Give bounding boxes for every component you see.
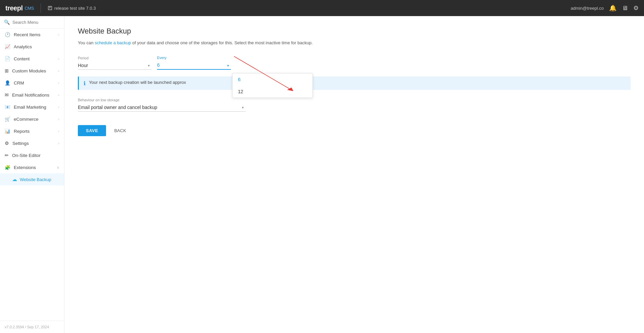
search-icon: 🔍 xyxy=(4,19,10,25)
sidebar-item-left: 📄 Content xyxy=(5,56,30,61)
site-name: release test site 7.0.3 xyxy=(54,6,96,11)
sidebar-item-label: Content xyxy=(14,56,30,61)
sidebar-item-label: Reports xyxy=(14,129,30,134)
info-box: ℹ Your next backup creation will be laun… xyxy=(78,76,631,90)
sidebar-item-on-site-editor[interactable]: ✏ On-Site Editor xyxy=(0,149,64,161)
every-group: Every 6 xyxy=(157,56,231,70)
cms-label: CMS xyxy=(24,6,34,11)
chevron-right-icon: › xyxy=(58,69,59,73)
sidebar-item-left: ✉ Email Notifications xyxy=(5,92,49,98)
sidebar-item-email-marketing[interactable]: 📧 Email Marketing › xyxy=(0,101,64,113)
sidebar-item-label: eCommerce xyxy=(14,117,39,122)
sidebar-item-crm[interactable]: 👤 CRM › xyxy=(0,77,64,89)
dropdown-option-12[interactable]: 12 xyxy=(233,86,312,98)
chevron-right-icon: › xyxy=(58,141,59,145)
sidebar-item-left: 👤 CRM xyxy=(5,80,24,86)
period-label: Period xyxy=(78,56,152,60)
sidebar-subitem-website-backup[interactable]: ☁ Website Backup xyxy=(0,173,64,185)
dropdown-option-6[interactable]: 6 xyxy=(233,73,312,86)
chevron-right-icon: › xyxy=(58,33,59,37)
every-select-wrapper: 6 xyxy=(157,61,231,70)
save-button[interactable]: SAVE xyxy=(78,125,106,136)
sidebar-item-label: Recent Items xyxy=(14,32,41,37)
form-footer: SAVE BACK xyxy=(78,125,631,136)
sidebar-item-extensions[interactable]: 🧩 Extensions ∨ xyxy=(0,161,64,173)
editor-icon: ✏ xyxy=(5,153,9,158)
sidebar-item-label: Settings xyxy=(12,141,29,146)
dropdown-option-label: 12 xyxy=(238,89,243,94)
back-button[interactable]: BACK xyxy=(111,125,129,136)
logo: treepl CMS xyxy=(5,4,34,12)
analytics-icon: 📈 xyxy=(5,44,10,49)
sidebar-item-label: Email Marketing xyxy=(14,105,46,110)
chevron-right-icon: › xyxy=(58,81,59,85)
sidebar-item-content[interactable]: 📄 Content › xyxy=(0,53,64,65)
topbar-divider xyxy=(41,3,41,13)
email-icon: ✉ xyxy=(5,92,9,98)
sidebar-item-left: 🧩 Extensions xyxy=(5,165,36,170)
logo-text: treepl xyxy=(5,4,22,12)
dropdown-option-label: 6 xyxy=(238,77,241,82)
sidebar-item-left: 📊 Reports xyxy=(5,128,30,134)
sidebar-item-left: 📈 Analytics xyxy=(5,44,32,49)
page-description: You can schedule a backup of your data a… xyxy=(78,40,631,46)
layout: 🔍 🕐 Recent Items › 📈 Analytics 📄 Content… xyxy=(0,16,644,333)
sidebar-item-label: CRM xyxy=(14,80,24,86)
sidebar-item-label: Analytics xyxy=(14,44,32,49)
content-icon: 📄 xyxy=(5,56,10,61)
period-group: Period Hour Day xyxy=(78,56,152,70)
sidebar-item-label: Email Notifications xyxy=(12,93,49,98)
subitem-label: Website Backup xyxy=(20,177,51,182)
sidebar-item-reports[interactable]: 📊 Reports › xyxy=(0,125,64,137)
sidebar-item-custom-modules[interactable]: ⊞ Custom Modules › xyxy=(0,65,64,77)
main-content: Website Backup You can schedule a backup… xyxy=(64,16,644,333)
topbar: treepl CMS release test site 7.0.3 admin… xyxy=(0,0,644,16)
every-input[interactable]: 6 xyxy=(157,61,231,70)
search-input[interactable] xyxy=(12,20,60,25)
chevron-right-icon: › xyxy=(58,93,59,97)
info-text: Your next backup creation will be launch… xyxy=(89,80,186,85)
sidebar-item-left: 🕐 Recent Items xyxy=(5,32,41,37)
reports-icon: 📊 xyxy=(5,128,10,134)
gear-icon[interactable]: ⚙ xyxy=(633,4,639,12)
chevron-right-icon: › xyxy=(58,129,59,133)
crm-icon: 👤 xyxy=(5,80,10,86)
sidebar-item-settings[interactable]: ⚙ Settings › xyxy=(0,137,64,149)
behaviour-group: Behaviour on low storage Email portal ow… xyxy=(78,98,631,112)
sidebar-item-left: ⊞ Custom Modules xyxy=(5,68,46,73)
every-label: Every xyxy=(157,56,231,60)
edit-icon xyxy=(48,6,52,10)
sidebar-item-left: 🛒 eCommerce xyxy=(5,116,39,122)
sidebar-item-analytics[interactable]: 📈 Analytics xyxy=(0,41,64,53)
period-select-wrapper: Hour Day xyxy=(78,61,152,70)
behaviour-label: Behaviour on low storage xyxy=(78,98,631,102)
every-dropdown: 6 12 xyxy=(232,73,313,98)
bell-icon[interactable]: 🔔 xyxy=(609,4,616,12)
extensions-icon: 🧩 xyxy=(5,165,10,170)
sidebar-item-label: Custom Modules xyxy=(12,68,46,73)
behaviour-select-wrapper: Email portal owner and cancel backup xyxy=(78,103,246,112)
schedule-link[interactable]: schedule a backup xyxy=(95,40,131,45)
monitor-icon[interactable]: 🖥 xyxy=(622,5,628,12)
sidebar-item-label: Extensions xyxy=(14,165,36,170)
sidebar-item-label: On-Site Editor xyxy=(12,153,41,158)
version-text: v7.0.2.3594 / Sep 17, 2024 xyxy=(5,325,49,329)
behaviour-select[interactable]: Email portal owner and cancel backup xyxy=(78,103,246,112)
page-title: Website Backup xyxy=(78,27,631,36)
search-container: 🔍 xyxy=(0,16,64,29)
ecommerce-icon: 🛒 xyxy=(5,116,10,122)
topbar-right: admin@treepl.co 🔔 🖥 ⚙ xyxy=(571,4,639,12)
period-every-row: Period Hour Day Every 6 xyxy=(78,56,631,70)
sidebar-item-left: 📧 Email Marketing xyxy=(5,104,46,110)
chevron-right-icon: › xyxy=(58,117,59,121)
period-select[interactable]: Hour Day xyxy=(78,61,152,70)
sidebar-item-email-notifications[interactable]: ✉ Email Notifications › xyxy=(0,89,64,101)
sidebar-item-ecommerce[interactable]: 🛒 eCommerce › xyxy=(0,113,64,125)
chevron-down-icon: ∨ xyxy=(57,165,59,170)
email-marketing-icon: 📧 xyxy=(5,104,10,110)
sidebar-item-recent-items[interactable]: 🕐 Recent Items › xyxy=(0,29,64,41)
modules-icon: ⊞ xyxy=(5,68,9,73)
user-email: admin@treepl.co xyxy=(571,6,604,11)
sidebar-item-left: ⚙ Settings xyxy=(5,141,29,146)
clock-icon: 🕐 xyxy=(5,32,10,37)
